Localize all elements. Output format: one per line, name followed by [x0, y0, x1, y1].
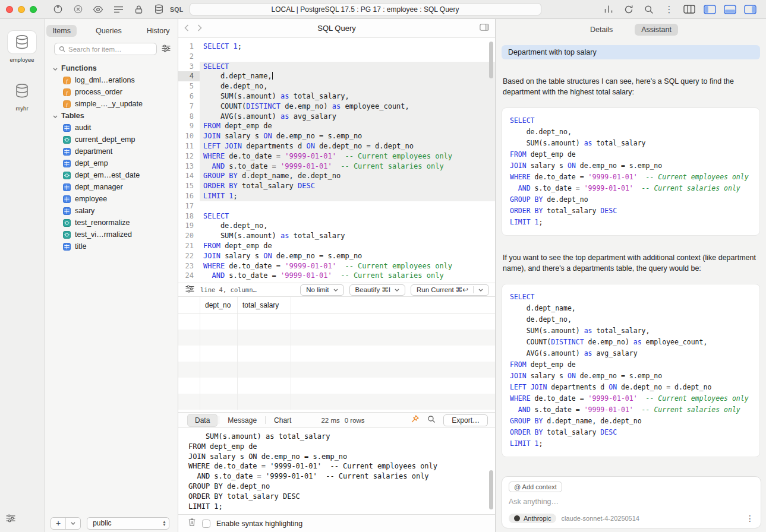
add-item-button[interactable]: +	[51, 518, 65, 529]
code-line[interactable]: WHERE de.to_date = '9999-01-01' -- Curre…	[200, 261, 495, 271]
tree-item-dept-em-est-date[interactable]: dept_em…est_date	[45, 169, 178, 181]
code-line[interactable]: GROUP BY d.dept_name, de.dept_no	[200, 171, 495, 181]
tab-items[interactable]: Items	[46, 25, 77, 37]
table-row[interactable]	[178, 394, 495, 410]
tree-item-title[interactable]: title	[45, 240, 178, 252]
chart-icon[interactable]	[598, 3, 619, 16]
eye-icon[interactable]	[88, 3, 108, 16]
code-line[interactable]: ORDER BY total_salary DESC	[200, 181, 495, 191]
tree-item-current-dept-emp[interactable]: current_dept_emp	[45, 134, 178, 145]
tab-queries[interactable]: Queries	[90, 25, 128, 37]
code-line[interactable]: LEFT JOIN departments d ON de.dept_no = …	[200, 141, 495, 151]
columns-layout-icon[interactable]	[679, 3, 699, 16]
tree-item-process-order[interactable]: fprocess_order	[45, 86, 178, 98]
tab-message[interactable]: Message	[220, 414, 264, 426]
export-button[interactable]: Export…	[443, 414, 488, 426]
split-panel-icon[interactable]	[480, 23, 489, 34]
back-button[interactable]	[184, 23, 189, 34]
trash-icon[interactable]	[188, 518, 196, 529]
minimize-button[interactable]	[18, 6, 25, 13]
tree-section-tables[interactable]: Tables	[45, 110, 178, 122]
panel-bottom-toggle-icon[interactable]	[720, 3, 740, 16]
enable-syntax-highlighting-checkbox[interactable]	[202, 520, 210, 528]
zoom-button[interactable]	[30, 6, 37, 13]
editor-scrollbar[interactable]	[489, 42, 493, 78]
code-line[interactable]: AVG(s.amount) as avg_salary	[200, 112, 495, 122]
rail-settings-icon[interactable]	[6, 514, 15, 525]
tab-chart[interactable]: Chart	[267, 414, 298, 426]
code-line[interactable]: de.dept_no,	[200, 81, 495, 91]
connection-employee[interactable]: employee	[8, 31, 36, 63]
code-line[interactable]: SUM(s.amount) as total_salary	[200, 231, 495, 241]
tree-item-simple-y-update[interactable]: fsimple_…_y_update	[45, 98, 178, 110]
search-input[interactable]	[68, 46, 152, 53]
code-line[interactable]: WHERE de.to_date = '9999-01-01' -- Curre…	[200, 151, 495, 162]
disconnect-icon[interactable]	[68, 3, 88, 16]
connection-myhr[interactable]: myhr	[8, 80, 36, 112]
code-line[interactable]: SUM(s.amount) as total_salary,	[200, 91, 495, 102]
code-line[interactable]: de.dept_no,	[200, 221, 495, 231]
column-header-dept-no[interactable]: dept_no	[200, 297, 238, 313]
filter-icon[interactable]	[162, 44, 171, 55]
code-line[interactable]: d.dept_name,	[200, 71, 495, 81]
editor-code[interactable]: SELECT 1;SELECT d.dept_name, de.dept_no,…	[200, 42, 495, 283]
table-row[interactable]	[178, 314, 495, 330]
lock-icon[interactable]	[128, 3, 149, 16]
assistant-code-block[interactable]: SELECT de.dept_no, SUM(s.amount) as tota…	[502, 107, 760, 236]
panel-right-toggle-icon[interactable]	[740, 3, 760, 16]
tree-item-salary[interactable]: salary	[45, 205, 178, 217]
ask-input[interactable]	[509, 498, 754, 506]
code-line[interactable]: FROM dept_emp de	[200, 121, 495, 131]
table-row[interactable]	[178, 346, 495, 362]
run-current-button[interactable]: Run Current ⌘↩	[411, 284, 489, 296]
column-header-total-salary[interactable]: total_salary	[238, 297, 291, 313]
tree-item-employee[interactable]: employee	[45, 193, 178, 205]
code-line[interactable]: LIMIT 1;	[200, 191, 495, 201]
tree-section-functions[interactable]: Functions	[45, 62, 178, 74]
pin-icon[interactable]	[411, 414, 420, 426]
refresh-icon[interactable]	[619, 3, 639, 16]
code-line[interactable]: AND s.to_date = '9999-01-01' -- Current …	[200, 162, 495, 172]
assistant-conversation[interactable]: Department with top salary Based on the …	[496, 40, 766, 473]
search-results-icon[interactable]	[427, 415, 436, 426]
code-line[interactable]: JOIN salary s ON de.emp_no = s.emp_no	[200, 251, 495, 261]
limit-select[interactable]: No limit	[300, 284, 343, 296]
log-icon[interactable]	[108, 3, 128, 16]
more-icon[interactable]: ⋮	[659, 3, 679, 16]
add-context-button[interactable]: @ Add context	[509, 482, 562, 492]
forward-button[interactable]	[197, 23, 202, 34]
code-line[interactable]	[200, 201, 495, 211]
table-row[interactable]	[178, 330, 495, 346]
tab-assistant[interactable]: Assistant	[635, 24, 678, 36]
close-button[interactable]	[6, 6, 13, 13]
tree-item-audit[interactable]: audit	[45, 122, 178, 134]
statusbar-settings-icon[interactable]	[185, 284, 194, 295]
tab-data[interactable]: Data	[187, 414, 217, 427]
message-panel[interactable]: SUM(s.amount) as total_salaryFROM dept_e…	[178, 428, 495, 514]
code-line[interactable]: COUNT(DISTINCT de.emp_no) as employee_co…	[200, 102, 495, 112]
message-scrollbar[interactable]	[489, 470, 493, 509]
add-item-chevron[interactable]	[65, 518, 80, 529]
tree-item-test-renormalize[interactable]: test_renormalize	[45, 217, 178, 229]
code-line[interactable]: SELECT	[200, 211, 495, 221]
connection-status-icon[interactable]	[48, 3, 68, 16]
code-line[interactable]: AND s.to_date = '9999-01-01' -- Current …	[200, 271, 495, 281]
beautify-button[interactable]: Beautify ⌘I	[349, 284, 405, 296]
table-row[interactable]	[178, 362, 495, 378]
composer-more-icon[interactable]: ⋮	[746, 514, 754, 523]
tree-item-dept-emp[interactable]: dept_emp	[45, 157, 178, 169]
tree-item-log-dml-erations[interactable]: flog_dml…erations	[45, 74, 178, 86]
tree-item-test-vi-rmalized[interactable]: test_vi…rmalized	[45, 229, 178, 240]
tree-item-dept-manager[interactable]: dept_manager	[45, 181, 178, 193]
tab-details[interactable]: Details	[584, 24, 619, 36]
table-row[interactable]	[178, 378, 495, 394]
database-icon[interactable]	[149, 3, 169, 16]
code-line[interactable]: SELECT	[200, 62, 495, 72]
search-icon[interactable]	[639, 3, 659, 16]
sql-editor[interactable]: 123456789101112131415161718192021222324 …	[178, 38, 495, 283]
tree-item-department[interactable]: department	[45, 145, 178, 157]
panel-left-toggle-icon[interactable]	[699, 3, 720, 16]
code-line[interactable]	[200, 52, 495, 62]
tab-history[interactable]: History	[141, 25, 176, 37]
assistant-code-block[interactable]: SELECT d.dept_name, de.dept_no, SUM(s.am…	[502, 284, 760, 457]
